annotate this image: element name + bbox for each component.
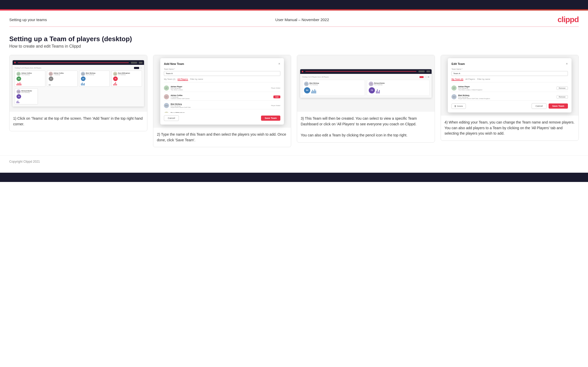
edit-modal-tabs: My Team (2) All Players Filter by name	[451, 78, 568, 82]
card-1-desc: 1) Click on 'Teams' at the top of the sc…	[10, 112, 147, 131]
player-name-1: Adrian Player	[171, 86, 270, 88]
page-subtitle: How to create and edit Teams in Clippd	[9, 44, 579, 49]
card-4: Edit Team × Team Name * My Team (2) All …	[441, 55, 579, 141]
player-name-3: Blair McHarg	[171, 103, 270, 105]
player-info-4: Dave Billingham 3.5 Handicap The Gog Mag…	[171, 112, 272, 113]
edit-tab-filter[interactable]: Filter by name	[477, 78, 490, 81]
manual-label: User Manual – November 2022	[275, 18, 329, 22]
edit-avatar-2: BM	[451, 94, 457, 99]
player-item-1: AP Adrian Player Plus Handicap The Shire…	[164, 84, 280, 92]
card-4-desc: 4) When editing your Team, you can chang…	[441, 116, 578, 141]
trash-icon: 🗑	[454, 105, 456, 107]
player-item-3: BM Blair McHarg Plus Handicap Royal Nort…	[164, 102, 280, 109]
edit-team-modal: Edit Team × Team Name * My Team (2) All …	[448, 58, 571, 112]
edit-tab-all-players[interactable]: All Players	[465, 78, 475, 81]
modal-close-icon[interactable]: ×	[278, 62, 280, 66]
card-3: Finding 2 of 2 Players from: All Players…	[297, 55, 435, 143]
edit-modal-footer: 🗑 Delete Cancel Save Team	[451, 103, 568, 109]
logo: clippd	[558, 15, 579, 24]
avatar-blair: BM	[304, 82, 309, 86]
modal-tabs: My Team (2) All Players Filter by name	[164, 78, 280, 82]
card-2: Add New Team × Team Name * My Team (2) A…	[153, 55, 291, 147]
edit-player-item-2: BM Blair McHarg Plus Handicap Royal Nort…	[451, 93, 568, 101]
card-1-screenshot: Finding 5 of 5 Players from: All Players…	[10, 55, 147, 112]
edit-player-name-1: Adrian Player	[458, 86, 555, 88]
team-name-label: Team Name *	[164, 68, 280, 70]
bars-1a	[16, 82, 44, 85]
tab-filter[interactable]: Filter by name	[190, 78, 203, 81]
edit-team-name-label: Team Name *	[451, 68, 568, 70]
bars-blair	[311, 88, 316, 93]
edit-player-item-1: AP Adrian Player Plus Handicap The Shire…	[451, 84, 568, 92]
edit-modal-header: Edit Team ×	[451, 62, 568, 66]
edit-modal-title: Edit Team	[451, 62, 465, 65]
score-widget-2: RB Richard Butler Plus Handicap 72	[367, 80, 430, 96]
header-divider	[9, 27, 579, 27]
bars-1c	[81, 82, 108, 85]
player-card-1a: AP Adrian Collins Plus Handicap 84	[15, 71, 45, 87]
mini-app-1: Finding 5 of 5 Players from: All Players…	[13, 60, 144, 107]
score-circle-blair: 94	[304, 87, 310, 93]
player-info-3: Blair McHarg Plus Handicap Royal North D…	[171, 103, 270, 108]
copyright: Copyright Clippd 2021	[9, 160, 40, 163]
add-player-2-button[interactable]: Add	[273, 95, 280, 98]
player-detail-1b: The Shire London	[171, 89, 270, 91]
player-row-1: AP Adrian Collins Plus Handicap 84	[15, 71, 142, 87]
mini-app-content-1: Finding 5 of 5 Players from: All Players…	[13, 65, 144, 107]
score-circle-richard: 72	[369, 87, 375, 93]
cancel-button[interactable]: Cancel	[164, 115, 179, 121]
player-card-1c: BM Blair McHarg Plus Handicap 94	[79, 71, 110, 87]
remove-player-1-button[interactable]: Remove	[557, 86, 568, 90]
bars-1e	[16, 100, 36, 103]
header: Setting up your teams User Manual – Nove…	[0, 11, 588, 27]
delete-team-button[interactable]: 🗑 Delete	[451, 103, 466, 109]
score-pair: BM Blair McHarg Plus Handicap 94	[302, 80, 430, 96]
footer: Copyright Clippd 2021	[0, 155, 588, 168]
bars-richard	[376, 88, 380, 93]
card-2-screenshot: Add New Team × Team Name * My Team (2) A…	[153, 55, 291, 128]
mini-app-3: Finding 2 of 2 Players from: All Players…	[300, 69, 432, 98]
section-label: Setting up your teams	[9, 18, 47, 22]
player-list: AP Adrian Player Plus Handicap The Shire…	[164, 84, 280, 113]
player-status-3: Player Added	[271, 105, 280, 106]
remove-player-2-button[interactable]: Remove	[557, 95, 568, 99]
edit-player-info-2: Blair McHarg Plus Handicap Royal North D…	[458, 94, 555, 99]
edit-cancel-button[interactable]: Cancel	[532, 103, 547, 109]
player-card-1e: RB Richard Butler Plus Handicap 72	[15, 88, 38, 104]
tab-all-players[interactable]: All Players	[178, 78, 188, 81]
edit-player-detail-2b: Royal North Devon Golf Club, United King…	[458, 98, 555, 99]
card-1: Finding 5 of 5 Players from: All Players…	[9, 55, 147, 131]
player-info-1: Adrian Player Plus Handicap The Shire Lo…	[171, 86, 270, 91]
avatar-4: DB	[164, 112, 169, 113]
edit-tab-my-team[interactable]: My Team (2)	[451, 78, 463, 81]
edit-player-list: AP Adrian Player Plus Handicap The Shire…	[451, 84, 568, 101]
player-card-1b: AC Adrian Coliba 1 Handicap 0	[47, 71, 78, 87]
avatar-2: AC	[164, 94, 169, 99]
card-3-desc: 3) This Team will then be created. You c…	[297, 112, 435, 142]
page-title: Setting up a Team of players (desktop)	[9, 35, 579, 43]
modal-footer: Cancel Save Team	[164, 115, 280, 121]
bottom-bar	[0, 173, 588, 182]
card-3-screenshot: Finding 2 of 2 Players from: All Players…	[297, 55, 435, 112]
player-name-4: Dave Billingham	[171, 112, 272, 113]
mini-app-content-3: Finding 2 of 2 Players from: All Players…	[300, 74, 432, 98]
modal-header: Add New Team ×	[164, 62, 280, 66]
top-bar	[0, 0, 588, 9]
bar-dot-3	[302, 71, 303, 72]
score-widget-1: BM Blair McHarg Plus Handicap 94	[302, 80, 365, 96]
mini-app-bar-3	[300, 69, 432, 74]
edit-modal-close-icon[interactable]: ×	[566, 62, 568, 66]
player-info-2: Adrian Coliba 1 Handicap Central London …	[171, 94, 272, 99]
tab-my-team[interactable]: My Team (2)	[164, 78, 175, 81]
edit-team-name-input[interactable]	[451, 71, 568, 76]
avatar-1: AP	[164, 85, 169, 91]
save-team-button[interactable]: Save Team	[261, 116, 280, 121]
player-item-2: AC Adrian Coliba 1 Handicap Central Lond…	[164, 93, 280, 101]
team-name-input[interactable]	[164, 71, 280, 76]
edit-save-team-button[interactable]: Save Team	[549, 103, 568, 109]
modal-title: Add New Team	[164, 62, 184, 65]
player-name-2: Adrian Coliba	[171, 94, 272, 96]
edit-player-name-2: Blair McHarg	[458, 94, 555, 96]
edit-avatar-1: AP	[451, 85, 457, 91]
page-title-area: Setting up a Team of players (desktop) H…	[0, 27, 588, 55]
